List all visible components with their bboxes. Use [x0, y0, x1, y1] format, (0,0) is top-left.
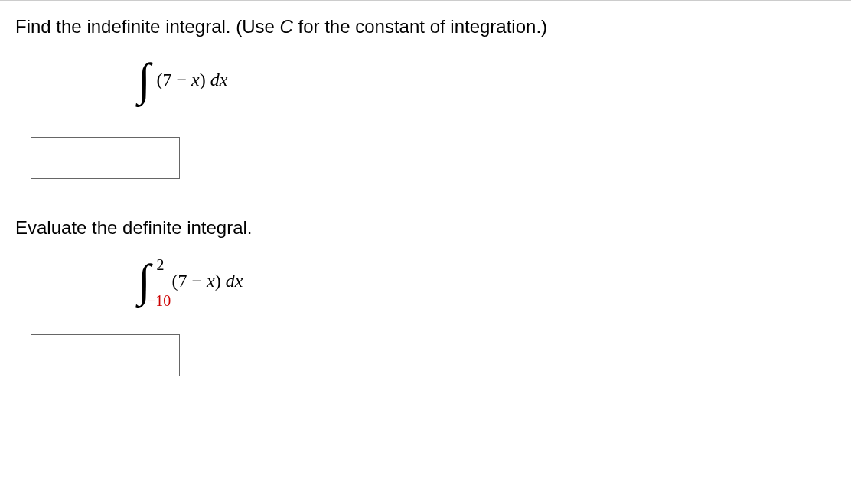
question2-prompt: Evaluate the definite integral.: [15, 217, 836, 239]
integrand-open: (7 −: [156, 70, 191, 89]
upper-bound: 2: [156, 256, 164, 274]
q1-constant: C: [280, 16, 293, 37]
q1-prompt-before: Find the indefinite integral. (Use: [15, 16, 280, 37]
integrand-open: (7 −: [171, 271, 207, 291]
integrand-var: x: [191, 70, 200, 89]
q1-prompt-after: for the constant of integration.): [293, 16, 547, 37]
indefinite-integral-expression: ∫ (7 − x) dx: [138, 57, 836, 102]
integral-icon: ∫: [138, 57, 150, 102]
diff-d: d: [226, 271, 235, 291]
answer-input-1[interactable]: [31, 137, 180, 179]
definite-integral-expression: ∫ 2 −10 (7 − x) dx: [138, 258, 836, 304]
integrand-var: x: [207, 271, 215, 291]
diff-d: d: [210, 70, 220, 89]
integrand: (7 − x) dx: [156, 70, 227, 90]
integrand-close: ): [215, 271, 226, 291]
integrand-close: ): [200, 70, 210, 89]
lower-bound: −10: [147, 292, 171, 310]
question1-prompt: Find the indefinite integral. (Use C for…: [15, 16, 836, 37]
diff-var: x: [235, 271, 243, 291]
definite-integrand: (7 − x) dx: [171, 271, 243, 291]
diff-var: x: [220, 70, 228, 89]
answer-input-2[interactable]: [31, 334, 180, 376]
definite-integral-symbol-wrap: ∫ 2 −10: [138, 258, 150, 304]
